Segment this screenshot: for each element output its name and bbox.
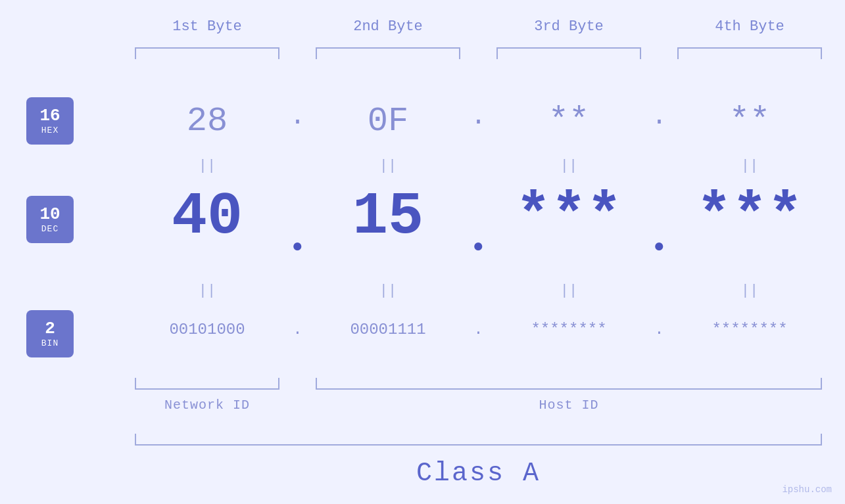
eq2-3: || (496, 283, 641, 299)
network-id-label: Network ID (135, 398, 279, 413)
dec-sep-3: ● (641, 237, 677, 257)
host-id-label: Host ID (316, 398, 822, 413)
dec-badge-name: DEC (41, 224, 59, 234)
dec-sep-1: ● (279, 237, 316, 257)
bin-sep-3: . (641, 321, 677, 338)
dec-val-1: 40 (135, 187, 279, 246)
bracket-class (135, 434, 822, 446)
bin-sep-2: . (460, 321, 496, 338)
hex-badge-name: HEX (41, 126, 59, 135)
eq2-4: || (677, 283, 822, 299)
dec-badge: 10 DEC (26, 196, 74, 243)
bin-val-1: 00101000 (135, 321, 279, 338)
bracket-top-4 (677, 47, 822, 59)
eq2-1: || (135, 283, 279, 299)
class-label: Class A (135, 459, 822, 488)
hex-sep-2: . (460, 102, 496, 131)
bin-badge: 2 BIN (26, 310, 74, 357)
bracket-top-1 (135, 47, 279, 59)
bracket-top-2 (316, 47, 460, 59)
bracket-bottom-network (135, 378, 279, 390)
hex-badge: 16 HEX (26, 97, 74, 145)
bracket-bottom-host (316, 378, 822, 390)
hex-val-1: 28 (135, 102, 279, 141)
hex-val-2: 0F (316, 102, 460, 141)
dec-badge-num: 10 (39, 205, 60, 224)
eq1-3: || (496, 158, 641, 174)
hex-val-4: ** (677, 102, 822, 141)
hex-val-3: ** (496, 102, 641, 141)
byte-label-1: 1st Byte (135, 18, 279, 35)
bin-badge-num: 2 (45, 319, 55, 338)
dec-val-4: *** (677, 187, 822, 246)
bracket-top-3 (496, 47, 641, 59)
hex-sep-3: . (641, 102, 677, 131)
dec-val-3: *** (496, 187, 641, 246)
eq1-1: || (135, 158, 279, 174)
byte-label-3: 3rd Byte (496, 18, 641, 35)
eq2-2: || (316, 283, 460, 299)
ip-diagram: 1st Byte 2nd Byte 3rd Byte 4th Byte 16 H… (0, 0, 845, 504)
bin-sep-1: . (279, 321, 316, 338)
byte-label-2: 2nd Byte (316, 18, 460, 35)
byte-label-4: 4th Byte (677, 18, 822, 35)
dec-val-2: 15 (316, 187, 460, 246)
bin-val-3: ******** (496, 321, 641, 338)
watermark: ipshu.com (782, 484, 832, 495)
eq1-4: || (677, 158, 822, 174)
bin-val-4: ******** (677, 321, 822, 338)
bin-badge-name: BIN (41, 338, 59, 348)
hex-badge-num: 16 (39, 106, 60, 126)
hex-sep-1: . (279, 102, 316, 131)
dec-sep-2: ● (460, 237, 496, 257)
eq1-2: || (316, 158, 460, 174)
bin-val-2: 00001111 (316, 321, 460, 338)
